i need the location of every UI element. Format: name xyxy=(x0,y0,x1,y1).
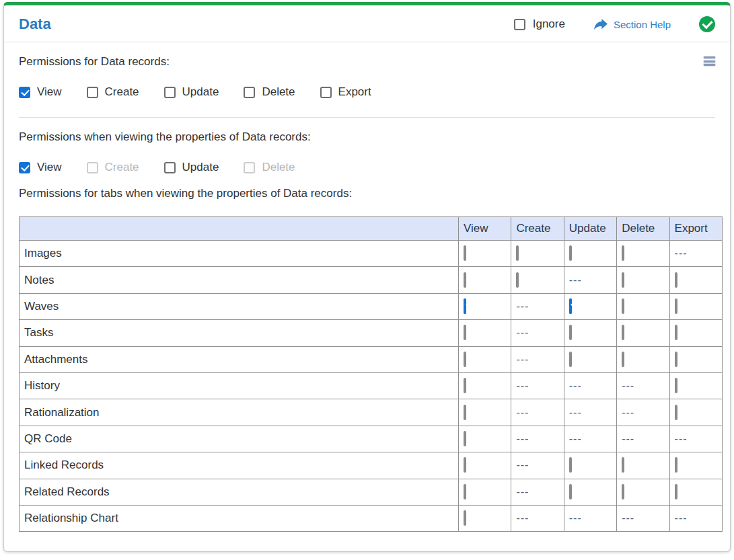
permission-checkbox-view[interactable]: View xyxy=(19,161,62,174)
table-checkbox[interactable] xyxy=(569,484,572,499)
cell-images-export: --- xyxy=(669,241,722,267)
table-checkbox[interactable] xyxy=(569,245,572,261)
table-checkbox[interactable] xyxy=(569,352,572,367)
table-checkbox[interactable] xyxy=(464,431,466,446)
table-header-blank xyxy=(20,217,459,241)
row-label: Images xyxy=(20,241,459,267)
tabs-permissions-table: ViewCreateUpdateDeleteExport Images---No… xyxy=(19,216,723,532)
cell-related-records-view[interactable] xyxy=(459,479,511,505)
update-checkbox[interactable] xyxy=(164,162,176,173)
table-checkbox[interactable] xyxy=(622,272,624,288)
table-checkbox[interactable] xyxy=(675,457,677,473)
permission-checkbox-view[interactable]: View xyxy=(19,85,62,99)
table-checkbox[interactable] xyxy=(464,378,466,393)
update-checkbox[interactable] xyxy=(164,87,176,98)
permission-checkbox-export[interactable]: Export xyxy=(320,85,371,99)
table-checkbox[interactable] xyxy=(464,298,466,314)
menu-icon[interactable] xyxy=(704,56,715,68)
table-checkbox[interactable] xyxy=(622,484,624,499)
create-checkbox[interactable] xyxy=(87,87,98,98)
row-label: Rationalization xyxy=(20,399,459,426)
table-checkbox[interactable] xyxy=(622,298,624,314)
cell-waves-view[interactable] xyxy=(459,293,511,319)
cell-related-records-update[interactable] xyxy=(564,479,616,505)
delete-checkbox[interactable] xyxy=(244,87,255,98)
table-checkbox[interactable] xyxy=(675,352,677,367)
permission-checkbox-create[interactable]: Create xyxy=(87,85,139,99)
not-applicable-dash: --- xyxy=(675,433,688,444)
table-checkbox[interactable] xyxy=(569,325,572,340)
cell-linked-records-update[interactable] xyxy=(564,452,616,479)
cell-tasks-delete[interactable] xyxy=(617,320,669,346)
cell-rationalization-export[interactable] xyxy=(669,399,722,426)
table-checkbox[interactable] xyxy=(516,272,519,288)
cell-attachments-update[interactable] xyxy=(564,346,616,372)
cell-linked-records-delete[interactable] xyxy=(617,452,669,479)
cell-notes-create[interactable] xyxy=(511,267,564,293)
export-checkbox[interactable] xyxy=(320,87,332,98)
section-complete-check-icon xyxy=(699,16,715,32)
table-row: Images--- xyxy=(20,241,723,267)
cell-qr-code-view[interactable] xyxy=(459,426,511,452)
cell-notes-view[interactable] xyxy=(459,267,511,293)
cell-waves-delete[interactable] xyxy=(617,293,669,319)
cell-related-records-export[interactable] xyxy=(669,479,722,505)
cell-images-update[interactable] xyxy=(564,241,616,267)
cell-images-create[interactable] xyxy=(511,241,564,267)
cell-history-view[interactable] xyxy=(459,372,511,399)
table-checkbox[interactable] xyxy=(675,405,677,420)
section-help-link[interactable]: Section Help xyxy=(593,18,671,30)
cell-linked-records-export[interactable] xyxy=(669,452,722,479)
table-checkbox[interactable] xyxy=(675,272,677,288)
permission-checkbox-update[interactable]: Update xyxy=(164,161,219,174)
cell-history-delete: --- xyxy=(617,372,669,399)
cell-waves-export[interactable] xyxy=(669,293,722,319)
table-checkbox[interactable] xyxy=(675,378,677,393)
cell-linked-records-view[interactable] xyxy=(459,452,511,479)
not-applicable-dash: --- xyxy=(516,459,529,471)
permission-checkbox-update[interactable]: Update xyxy=(164,85,219,99)
table-checkbox[interactable] xyxy=(622,457,624,473)
table-checkbox[interactable] xyxy=(464,352,466,367)
table-checkbox[interactable] xyxy=(622,352,624,367)
table-checkbox[interactable] xyxy=(464,484,466,499)
cell-tasks-update[interactable] xyxy=(564,320,616,346)
ignore-checkbox[interactable] xyxy=(514,19,525,30)
cell-history-export[interactable] xyxy=(669,372,722,399)
cell-attachments-export[interactable] xyxy=(669,346,722,372)
cell-waves-update[interactable] xyxy=(564,293,616,319)
view-checkbox[interactable] xyxy=(19,162,30,173)
cell-relationship-chart-view[interactable] xyxy=(459,505,511,531)
cell-tasks-export[interactable] xyxy=(669,320,722,346)
table-checkbox[interactable] xyxy=(675,484,677,499)
permission-checkbox-delete[interactable]: Delete xyxy=(244,85,295,99)
cell-related-records-delete[interactable] xyxy=(617,479,669,505)
cell-rationalization-view[interactable] xyxy=(459,399,511,426)
cell-tasks-view[interactable] xyxy=(459,320,511,346)
section-divider xyxy=(19,117,715,118)
not-applicable-dash: --- xyxy=(569,407,582,418)
properties-label-row: Permissions when viewing the properties … xyxy=(19,130,715,144)
table-checkbox[interactable] xyxy=(464,325,466,340)
ignore-checkbox-group[interactable]: Ignore xyxy=(514,17,565,31)
table-checkbox[interactable] xyxy=(569,457,572,473)
table-checkbox[interactable] xyxy=(675,325,677,340)
table-checkbox[interactable] xyxy=(516,245,519,261)
cell-images-delete[interactable] xyxy=(617,241,669,267)
table-row: Notes--- xyxy=(20,267,723,293)
cell-notes-delete[interactable] xyxy=(617,267,669,293)
table-checkbox[interactable] xyxy=(464,457,466,473)
cell-attachments-view[interactable] xyxy=(459,346,511,372)
table-checkbox[interactable] xyxy=(464,510,466,526)
table-checkbox[interactable] xyxy=(464,245,466,261)
view-checkbox[interactable] xyxy=(19,87,30,98)
table-checkbox[interactable] xyxy=(464,405,466,420)
table-checkbox[interactable] xyxy=(569,298,572,314)
table-checkbox[interactable] xyxy=(622,245,624,261)
table-checkbox[interactable] xyxy=(675,298,677,314)
table-checkbox[interactable] xyxy=(622,325,624,340)
cell-images-view[interactable] xyxy=(459,241,511,267)
cell-attachments-delete[interactable] xyxy=(617,346,669,372)
cell-notes-export[interactable] xyxy=(669,267,722,293)
table-checkbox[interactable] xyxy=(464,272,466,288)
